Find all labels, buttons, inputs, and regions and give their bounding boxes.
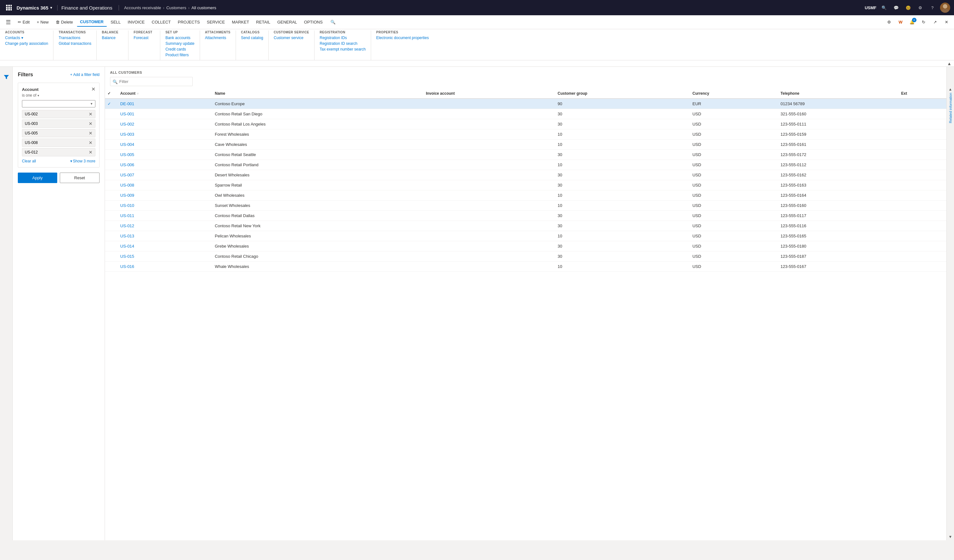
row-account[interactable]: US-015: [116, 251, 211, 261]
filter-tag-remove-button[interactable]: ✕: [89, 112, 92, 117]
office-icon[interactable]: W: [895, 17, 906, 27]
edit-button[interactable]: ✏ Edit: [15, 18, 33, 26]
table-filter-input[interactable]: [110, 77, 193, 86]
table-row[interactable]: US-005 Contoso Retail Seattle 30 USD 123…: [105, 150, 946, 160]
options-tab[interactable]: OPTIONS: [301, 18, 326, 26]
add-filter-button[interactable]: + Add a filter field: [70, 73, 100, 77]
table-row[interactable]: US-014 Grebe Wholesales 30 USD 123-555-0…: [105, 241, 946, 251]
right-panel-down-arrow[interactable]: ▼: [947, 533, 954, 540]
filter-tag-remove-button[interactable]: ✕: [89, 121, 92, 126]
col-customer-group[interactable]: Customer group: [554, 89, 689, 98]
right-panel-up-arrow[interactable]: ▲: [947, 86, 954, 93]
filter-tag-remove-button[interactable]: ✕: [89, 140, 92, 145]
row-check[interactable]: [105, 201, 116, 211]
ribbon-credit-cards[interactable]: Credit cards: [165, 47, 194, 52]
filter-icon-button[interactable]: [1, 72, 11, 82]
row-check[interactable]: [105, 170, 116, 180]
collapse-ribbon-button[interactable]: ▲: [947, 61, 951, 66]
table-row[interactable]: US-004 Cave Wholesales 10 USD 123-555-01…: [105, 140, 946, 150]
ribbon-attachments[interactable]: Attachments: [205, 35, 231, 40]
app-name[interactable]: Dynamics 365 ▾: [17, 5, 58, 11]
reset-button[interactable]: Reset: [60, 173, 100, 183]
table-row[interactable]: US-001 Contoso Retail San Diego 30 USD 3…: [105, 109, 946, 119]
filter-dropdown-input[interactable]: ▾: [22, 100, 95, 107]
col-check[interactable]: ✓: [105, 89, 116, 98]
row-account[interactable]: US-002: [116, 119, 211, 129]
row-check[interactable]: [105, 231, 116, 241]
settings-icon[interactable]: ⚙: [916, 3, 925, 12]
ribbon-registration-id-search[interactable]: Registration ID search: [320, 41, 366, 46]
ribbon-registration-ids[interactable]: Registration IDs: [320, 35, 366, 40]
row-check[interactable]: [105, 261, 116, 272]
ribbon-summary-update[interactable]: Summary update: [165, 41, 194, 46]
row-account[interactable]: US-005: [116, 150, 211, 160]
new-button[interactable]: + New: [33, 18, 52, 26]
filter-card-close-button[interactable]: ✕: [91, 87, 95, 92]
row-check[interactable]: [105, 241, 116, 251]
row-check[interactable]: [105, 221, 116, 231]
row-account[interactable]: US-009: [116, 190, 211, 201]
ribbon-product-filters[interactable]: Product filters: [165, 53, 194, 58]
user-icon[interactable]: 😊: [904, 3, 913, 12]
market-tab[interactable]: MARKET: [229, 18, 252, 26]
table-row[interactable]: US-009 Owl Wholesales 10 USD 123-555-016…: [105, 190, 946, 201]
row-account[interactable]: US-012: [116, 221, 211, 231]
col-invoice-account[interactable]: Invoice account: [422, 89, 553, 98]
ribbon-bank-accounts[interactable]: Bank accounts: [165, 35, 194, 40]
row-account[interactable]: US-013: [116, 231, 211, 241]
breadcrumb-customers[interactable]: Customers: [166, 5, 186, 10]
ribbon-global-transactions[interactable]: Global transactions: [59, 41, 91, 46]
row-check[interactable]: [105, 129, 116, 140]
col-currency[interactable]: Currency: [689, 89, 776, 98]
table-row[interactable]: US-016 Whale Wholesales 10 USD 123-555-0…: [105, 261, 946, 272]
close-icon[interactable]: ✕: [941, 17, 951, 27]
table-row[interactable]: US-013 Pelican Wholesales 10 USD 123-555…: [105, 231, 946, 241]
row-account[interactable]: US-016: [116, 261, 211, 272]
general-tab[interactable]: GENERAL: [274, 18, 300, 26]
ribbon-tax-exempt[interactable]: Tax exempt number search: [320, 47, 366, 52]
projects-tab[interactable]: PROJECTS: [175, 18, 203, 26]
apply-button[interactable]: Apply: [18, 173, 57, 183]
table-row[interactable]: US-015 Contoso Retail Chicago 30 USD 123…: [105, 251, 946, 261]
customer-tab[interactable]: CUSTOMER: [77, 17, 107, 27]
show-more-button[interactable]: ▾ Show 3 more: [70, 159, 95, 163]
breadcrumb-all-customers[interactable]: All customers: [192, 5, 216, 10]
table-row[interactable]: US-010 Sunset Wholesales 10 USD 123-555-…: [105, 201, 946, 211]
filter-tag-remove-button[interactable]: ✕: [89, 131, 92, 136]
row-check[interactable]: [105, 140, 116, 150]
action-search-icon[interactable]: 🔍: [328, 17, 338, 27]
row-check[interactable]: [105, 251, 116, 261]
row-check[interactable]: [105, 119, 116, 129]
invoice-tab[interactable]: INVOICE: [125, 18, 148, 26]
service-tab[interactable]: SERVICE: [204, 18, 228, 26]
refresh-icon[interactable]: ↻: [918, 17, 929, 27]
ribbon-contacts[interactable]: Contacts ▾: [5, 35, 48, 40]
search-icon[interactable]: 🔍: [879, 3, 889, 12]
ribbon-customer-service[interactable]: Customer service: [274, 35, 309, 40]
settings2-icon[interactable]: ⚙: [884, 17, 894, 27]
delete-button[interactable]: 🗑 Delete: [53, 18, 76, 26]
open-icon[interactable]: ↗: [930, 17, 940, 27]
filter-tag-remove-button[interactable]: ✕: [89, 150, 92, 155]
retail-tab[interactable]: RETAIL: [253, 18, 273, 26]
notifications-icon[interactable]: 🔔 0: [907, 17, 917, 27]
col-account[interactable]: Account ↑: [116, 89, 211, 98]
clear-all-button[interactable]: Clear all: [22, 159, 36, 163]
row-account[interactable]: US-003: [116, 129, 211, 140]
table-row[interactable]: US-006 Contoso Retail Portland 10 USD 12…: [105, 160, 946, 170]
avatar[interactable]: [940, 3, 950, 13]
row-account[interactable]: US-010: [116, 201, 211, 211]
ribbon-transactions[interactable]: Transactions: [59, 35, 91, 40]
row-check[interactable]: [105, 180, 116, 190]
table-row[interactable]: US-008 Sparrow Retail 30 USD 123-555-016…: [105, 180, 946, 190]
breadcrumb-accounts-receivable[interactable]: Accounts receivable: [124, 5, 161, 10]
sell-tab[interactable]: SELL: [108, 18, 124, 26]
col-ext[interactable]: Ext: [897, 89, 946, 98]
table-row[interactable]: ✓ DE-001 Contoso Europe 90 EUR 01234 567…: [105, 98, 946, 109]
table-row[interactable]: US-002 Contoso Retail Los Angeles 30 USD…: [105, 119, 946, 129]
row-check[interactable]: [105, 109, 116, 119]
row-account[interactable]: US-011: [116, 211, 211, 221]
right-panel-label[interactable]: Related information: [949, 93, 952, 123]
row-check[interactable]: ✓: [105, 98, 116, 109]
ribbon-forecast[interactable]: Forecast: [134, 35, 155, 40]
